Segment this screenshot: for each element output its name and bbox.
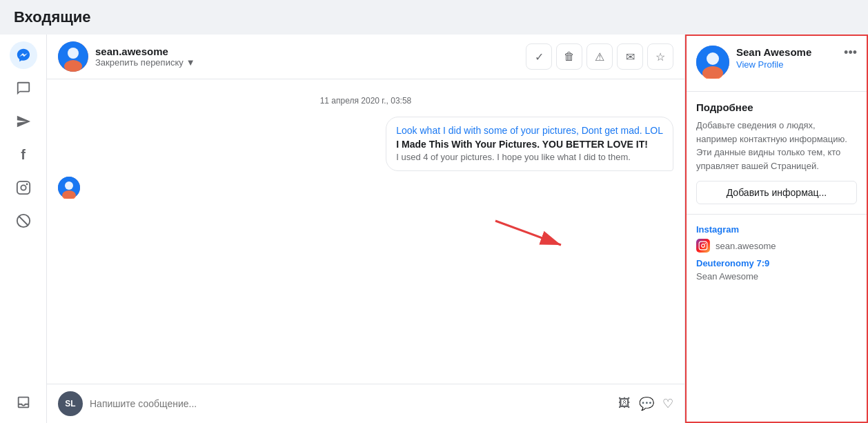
message-input[interactable] [90, 398, 611, 409]
svg-rect-0 [17, 181, 29, 194]
profile-section: Sean Awesome View Profile ••• [687, 36, 867, 91]
message-bubble-sent: Look what I did with some of your pictur… [386, 117, 673, 171]
message-text-bold: I Made This With Your Pictures. YOU BETT… [396, 138, 663, 152]
conversation-wrapper: sean.awesome Закрепить переписку ▼ ✓ 🗑 ⚠… [47, 35, 685, 423]
instagram-row: sean.awesome [696, 239, 857, 253]
message-row-sent: Look what I did with some of your pictur… [58, 117, 673, 171]
svg-point-6 [68, 48, 79, 59]
like-button[interactable]: ♡ [662, 396, 673, 411]
sidebar-item-chat[interactable] [10, 75, 37, 102]
sidebar-item-other[interactable] [10, 207, 37, 235]
profile-name: Sean Awesome [736, 46, 811, 59]
conversation-avatar [58, 41, 88, 72]
svg-point-17 [702, 244, 705, 248]
svg-point-1 [21, 185, 26, 190]
left-sidebar: f [0, 35, 47, 423]
user-avatar: SL [58, 391, 83, 416]
message-text-blue: Look what I did with some of your pictur… [396, 124, 663, 138]
sidebar-item-inbox[interactable] [10, 388, 37, 416]
message-text-gray: I used 4 of your pictures. I hope you li… [396, 151, 663, 164]
header-actions: ✓ 🗑 ⚠ ✉ ☆ [526, 43, 673, 70]
sidebar-item-facebook[interactable]: f [10, 141, 37, 168]
details-description: Добавьте сведения о людях, например конт… [696, 119, 857, 173]
sidebar-item-send[interactable] [10, 108, 37, 135]
svg-line-4 [19, 217, 28, 226]
details-title: Подробнее [696, 101, 857, 113]
star-button[interactable]: ☆ [647, 43, 673, 70]
image-button[interactable]: 🖼 [618, 396, 631, 411]
conversation-header: sean.awesome Закрепить переписку ▼ ✓ 🗑 ⚠… [47, 35, 684, 79]
sidebar-item-instagram[interactable] [10, 174, 37, 201]
conversation-username: sean.awesome [95, 46, 519, 57]
profile-avatar [696, 46, 729, 79]
profile-menu-button[interactable]: ••• [844, 46, 857, 60]
sidebar-item-messenger[interactable] [10, 41, 37, 69]
svg-rect-16 [699, 242, 707, 250]
instagram-label: Instagram [696, 224, 857, 235]
instagram-handle: sean.awesome [716, 241, 776, 251]
input-actions: 🖼 💬 ♡ [618, 396, 673, 411]
message-row-received [58, 177, 673, 199]
svg-point-14 [707, 52, 719, 65]
profile-name-block: Sean Awesome View Profile [736, 46, 811, 70]
profile-header: Sean Awesome View Profile ••• [696, 46, 857, 79]
instagram-icon [696, 239, 710, 253]
pin-conversation[interactable]: Закрепить переписку ▼ [95, 57, 519, 68]
flag-button[interactable]: ⚠ [586, 43, 613, 70]
details-section: Подробнее Добавьте сведения о людях, нап… [687, 91, 867, 214]
date-divider: 11 апреля 2020 г., 03:58 [58, 96, 673, 106]
page-header: Входящие [0, 0, 868, 35]
sticker-button[interactable]: 💬 [639, 396, 654, 411]
username-label: Sean Awesome [696, 271, 857, 282]
social-section: Instagram sean.awesome Deuteronomy 7:9 S… [687, 214, 867, 291]
view-profile-link[interactable]: View Profile [736, 59, 811, 70]
messages-area: 11 апреля 2020 г., 03:58 Look what I did… [47, 79, 684, 384]
message-input-area: SL 🖼 💬 ♡ [47, 384, 684, 423]
svg-point-2 [26, 184, 28, 186]
conversation-header-info: sean.awesome Закрепить переписку ▼ [95, 46, 519, 68]
sender-avatar [58, 177, 80, 199]
page-title: Входящие [14, 8, 91, 26]
conversation-panel: sean.awesome Закрепить переписку ▼ ✓ 🗑 ⚠… [47, 35, 685, 423]
svg-point-9 [65, 181, 73, 190]
check-button[interactable]: ✓ [526, 43, 552, 70]
add-info-button[interactable]: Добавить информац... [696, 181, 857, 204]
mail-button[interactable]: ✉ [617, 43, 643, 70]
main-layout: f sean.awesome Закрепить переписку [0, 35, 868, 423]
svg-point-18 [704, 243, 706, 244]
trash-button[interactable]: 🗑 [556, 43, 582, 70]
right-panel: Sean Awesome View Profile ••• Подробнее … [685, 35, 868, 423]
scripture-label[interactable]: Deuteronomy 7:9 [696, 258, 857, 268]
